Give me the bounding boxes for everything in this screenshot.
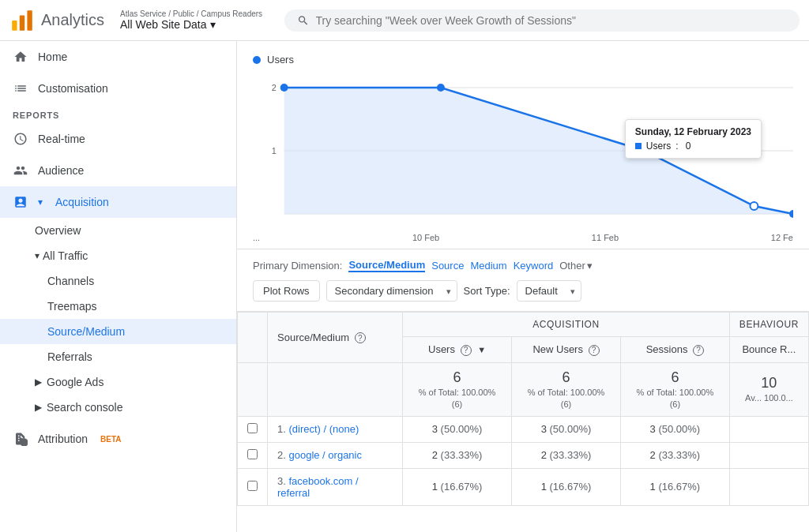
row-source-link-2[interactable]: facebook.com / referral [277, 475, 359, 499]
sidebar-item-source-medium[interactable]: Source/Medium [0, 319, 236, 344]
home-icon [13, 49, 28, 65]
sidebar-item-overview[interactable]: Overview [0, 218, 236, 243]
all-traffic-label: All Traffic [43, 249, 88, 262]
account-path: Atlas Service / Public / Campus Readers [120, 9, 262, 18]
row-checkbox-input-2[interactable] [247, 481, 258, 491]
sidebar-item-google-ads[interactable]: ▶ Google Ads [0, 369, 236, 395]
checkbox-col-header [238, 313, 268, 363]
total-new-users-cell: 6 % of Total: 100.00% (6) [511, 362, 620, 416]
data-table: Source/Medium ? Acquisition Behaviour Us… [237, 312, 809, 506]
x-label-0: ... [253, 233, 260, 242]
row-checkbox-1[interactable] [238, 442, 268, 468]
row-source-0: 1. (direct) / (none) [268, 416, 403, 442]
row-sessions-0: 3 (50.00%) [621, 416, 730, 442]
sidebar-home-label: Home [38, 51, 67, 63]
sidebar-item-home[interactable]: Home [0, 41, 236, 73]
sidebar-item-treemaps[interactable]: Treemaps [0, 294, 236, 319]
sidebar-item-channels[interactable]: Channels [0, 268, 236, 294]
source-medium-help-icon[interactable]: ? [355, 332, 366, 343]
total-source-cell [268, 362, 403, 416]
chart-x-labels: ... 10 Feb 11 Feb 12 Fe [253, 230, 793, 249]
search-input[interactable] [316, 14, 788, 27]
row-checkbox-input-1[interactable] [247, 449, 258, 459]
sidebar-item-search-console[interactable]: ▶ Search console [0, 395, 236, 420]
attribution-icon [13, 431, 28, 447]
row-source-link-1[interactable]: google / organic [288, 449, 362, 461]
sidebar-item-customisation[interactable]: Customisation [0, 73, 236, 104]
sidebar-audience-label: Audience [38, 164, 84, 177]
users-help-icon[interactable]: ? [461, 345, 472, 356]
row-sessions-1: 2 (33.33%) [621, 442, 730, 468]
row-checkbox-0[interactable] [238, 416, 268, 442]
svg-text:1: 1 [272, 146, 277, 155]
dim-source[interactable]: Source [431, 260, 464, 272]
total-bounce-value: 10 [739, 375, 799, 392]
dim-other-dropdown[interactable]: Other ▾ [559, 260, 593, 272]
customisation-icon [13, 81, 28, 96]
sidebar-item-attribution[interactable]: Attribution BETA [0, 423, 236, 455]
svg-point-10 [437, 84, 445, 92]
search-console-expand-icon: ▶ [35, 402, 42, 413]
row-checkbox-input-0[interactable] [247, 423, 258, 433]
tooltip-date: Sunday, 12 February 2023 [635, 126, 751, 137]
treemaps-label: Treemaps [47, 300, 97, 313]
row-bounce-1 [729, 442, 808, 468]
logo-area: Analytics [9, 8, 104, 33]
search-console-label: Search console [47, 401, 123, 414]
secondary-dimension-select[interactable]: Secondary dimension [326, 280, 457, 302]
secondary-dimension-wrapper[interactable]: Secondary dimension ▾ [326, 280, 457, 302]
tooltip-metric: Users [646, 140, 671, 152]
source-medium-col-header[interactable]: Source/Medium ? [268, 313, 403, 363]
sidebar-item-acquisition[interactable]: ▾ Acquisition [0, 186, 236, 218]
sidebar-realtime-label: Real-time [38, 133, 85, 145]
property-name: All Web Site Data [120, 18, 206, 31]
table-actions-row: Plot Rows Secondary dimension ▾ Sort Typ… [253, 280, 793, 302]
sidebar-item-all-traffic[interactable]: ▾ All Traffic [0, 243, 236, 268]
dim-keyword[interactable]: Keyword [514, 260, 554, 272]
x-label-3: 12 Fe [771, 233, 793, 242]
sidebar-item-realtime[interactable]: Real-time [0, 123, 236, 155]
row-checkbox-2[interactable] [238, 468, 268, 505]
primary-dimension-label: Primary Dimension: [253, 260, 342, 272]
source-medium-label: Source/Medium [47, 325, 125, 338]
primary-dimension-row: Primary Dimension: Source/Medium Source … [253, 259, 793, 272]
tooltip-dot [635, 143, 642, 149]
dim-source-medium[interactable]: Source/Medium [348, 259, 425, 272]
sessions-col-header[interactable]: Sessions ? [621, 337, 730, 363]
sessions-help-icon[interactable]: ? [693, 345, 704, 356]
acquisition-group-header: Acquisition [403, 313, 730, 337]
new-users-help-icon[interactable]: ? [589, 345, 600, 356]
search-bar[interactable] [284, 9, 800, 32]
svg-point-13 [789, 210, 793, 218]
row-source-2: 3. facebook.com / referral [268, 468, 403, 505]
svg-rect-0 [12, 21, 17, 31]
bounce-rate-col-header[interactable]: Bounce R... [729, 337, 808, 363]
sidebar-item-referrals[interactable]: Referrals [0, 344, 236, 369]
chart-tooltip: Sunday, 12 February 2023 Users: 0 [625, 119, 762, 159]
legend-dot-users [253, 56, 261, 64]
sidebar-reports-section: REPORTS [0, 104, 236, 123]
account-selector[interactable]: Atlas Service / Public / Campus Readers … [120, 9, 262, 31]
chart-legend: Users [253, 54, 793, 66]
row-source-link-0[interactable]: (direct) / (none) [288, 423, 359, 435]
dim-medium[interactable]: Medium [470, 260, 506, 272]
sort-type-label: Sort Type: [464, 285, 510, 297]
row-users-2: 1 (16.67%) [403, 468, 512, 505]
beta-badge: BETA [100, 435, 121, 444]
sort-type-select[interactable]: Default [517, 280, 581, 302]
behaviour-group-header: Behaviour [729, 313, 808, 337]
content-area: Users 2 1 [237, 41, 809, 532]
sidebar-item-audience[interactable]: Audience [0, 155, 236, 186]
new-users-col-header[interactable]: New Users ? [511, 337, 620, 363]
plot-rows-button[interactable]: Plot Rows [253, 280, 320, 302]
row-new-users-0: 3 (50.00%) [511, 416, 620, 442]
svg-point-12 [750, 202, 758, 210]
dim-other-label: Other [559, 260, 585, 272]
property-selector[interactable]: All Web Site Data ▾ [120, 18, 262, 31]
row-num-2: 3. [277, 475, 286, 487]
sort-type-wrapper[interactable]: Default ▾ [517, 280, 581, 302]
users-col-header[interactable]: Users ? ▼ [403, 337, 512, 363]
row-new-users-2: 1 (16.67%) [511, 468, 620, 505]
row-bounce-0 [729, 416, 808, 442]
row-num-1: 2. [277, 449, 286, 461]
